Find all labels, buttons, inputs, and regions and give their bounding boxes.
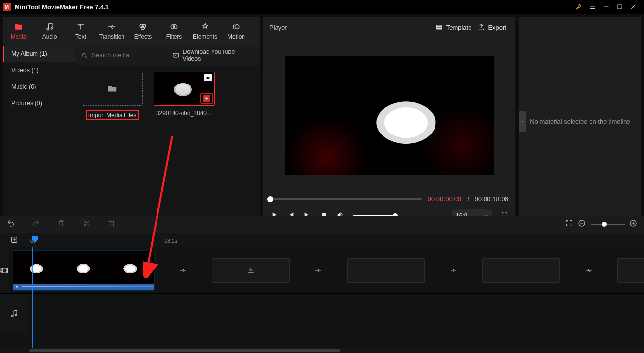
template-button[interactable]: Template [433, 21, 475, 33]
menu-icon[interactable] [586, 0, 599, 14]
sidebar-item-videos[interactable]: Videos (1) [4, 62, 75, 79]
zoom-out-button[interactable] [578, 219, 586, 229]
download-youtube-button[interactable]: Download YouTube Videos [172, 49, 254, 62]
empty-clip-slot[interactable] [347, 258, 425, 283]
library-grid: Import Media Files + 3290180-uhd_3840… [75, 65, 260, 226]
video-track-icon [0, 247, 9, 293]
tab-effects[interactable]: Effects [127, 17, 158, 46]
timeline-clip[interactable] [13, 250, 155, 291]
add-track-button[interactable] [0, 233, 28, 247]
playhead[interactable] [32, 236, 38, 243]
sidebar-item-music[interactable]: Music (0) [4, 79, 75, 95]
properties-drawer-toggle[interactable] [519, 111, 526, 132]
transition-slot[interactable] [449, 258, 458, 283]
library-panel: Media Audio Text Transition Effects Filt… [3, 17, 260, 226]
player-preview[interactable] [285, 56, 494, 175]
window-minimize-button[interactable] [599, 0, 613, 14]
music-track-icon [0, 294, 28, 333]
video-type-icon [204, 74, 212, 81]
transition-slot[interactable] [179, 258, 188, 283]
fit-button[interactable] [565, 219, 573, 229]
player-panel: Player Template Export 00:00:00:00 / 00:… [263, 17, 515, 226]
svg-point-0 [580, 5, 581, 6]
svg-point-9 [235, 25, 239, 29]
window-maximize-button[interactable] [613, 0, 627, 14]
tab-elements-label: Elements [193, 34, 217, 40]
tab-filters[interactable]: Filters [158, 17, 190, 46]
library-search-row: Download YouTube Videos [75, 46, 260, 65]
media-filename: 3290180-uhd_3840… [156, 110, 212, 117]
tab-elements[interactable]: Elements [190, 17, 221, 46]
transition-slot[interactable] [584, 258, 593, 283]
empty-clip-slot[interactable] [482, 258, 560, 283]
tab-motion-label: Motion [227, 34, 245, 40]
zoom-in-button[interactable] [629, 219, 637, 229]
empty-clip-slot[interactable] [212, 258, 290, 283]
folder-icon [107, 84, 118, 94]
timeline-ruler[interactable]: 0s 18.2s [0, 233, 644, 247]
split-button[interactable] [83, 219, 90, 229]
tab-media[interactable]: Media [3, 17, 34, 46]
tab-audio[interactable]: Audio [34, 17, 65, 46]
template-label: Template [446, 24, 472, 31]
download-youtube-label: Download YouTube Videos [182, 49, 254, 62]
upgrade-key-icon[interactable] [572, 0, 586, 14]
timeline: 0s 18.2s [0, 216, 644, 353]
library-toolbar: Media Audio Text Transition Effects Filt… [3, 17, 260, 46]
title-bar: M MiniTool MovieMaker Free 7.4.1 [0, 0, 644, 14]
tab-filters-label: Filters [166, 34, 182, 40]
tab-transition-label: Transition [99, 34, 124, 40]
delete-button[interactable] [57, 219, 65, 229]
tab-text-label: Text [75, 34, 86, 40]
music-track-body[interactable] [28, 294, 644, 333]
transition-slot[interactable] [314, 258, 323, 283]
tab-audio-label: Audio [42, 34, 57, 40]
crop-button[interactable] [108, 219, 116, 229]
undo-button[interactable] [7, 219, 15, 229]
empty-clip-slot[interactable] [617, 258, 644, 283]
library-sidebar: My Album (1) Videos (1) Music (0) Pictur… [3, 46, 75, 226]
music-track [0, 293, 644, 333]
search-icon [81, 52, 88, 59]
properties-panel: No material selected on the timeline [519, 17, 641, 226]
tab-effects-label: Effects [134, 34, 152, 40]
clip-audio-icon [15, 285, 20, 289]
tab-media-label: Media [11, 34, 27, 40]
tab-text[interactable]: Text [65, 17, 96, 46]
timeline-toolbar [0, 216, 644, 233]
import-media-label: Import Media Files [86, 110, 139, 120]
duration-time: 00:00:18:06 [475, 196, 508, 202]
redo-button[interactable] [32, 219, 40, 229]
svg-rect-19 [1, 268, 8, 273]
svg-point-8 [173, 25, 177, 29]
properties-empty-message: No material selected on the timeline [522, 118, 638, 125]
player-scrubber[interactable]: 00:00:00:00 / 00:00:18:06 [263, 193, 515, 205]
svg-rect-1 [618, 5, 622, 9]
svg-point-21 [15, 314, 17, 316]
current-time: 00:00:00:00 [428, 196, 461, 202]
svg-point-10 [82, 53, 86, 57]
timeline-scrollbar[interactable] [0, 348, 644, 353]
export-button[interactable]: Export [474, 21, 509, 33]
tab-transition[interactable]: Transition [96, 17, 127, 46]
sidebar-item-pictures[interactable]: Pictures (0) [4, 95, 75, 112]
svg-point-2 [47, 28, 49, 30]
import-media-card[interactable]: Import Media Files [82, 72, 143, 120]
export-label: Export [488, 24, 506, 31]
video-track [0, 247, 644, 293]
app-icon: M [3, 3, 11, 11]
playhead-line [32, 247, 33, 348]
tab-motion[interactable]: Motion [221, 17, 252, 46]
add-to-timeline-button[interactable]: + [200, 93, 213, 104]
svg-point-3 [51, 28, 52, 30]
search-input[interactable] [92, 52, 168, 59]
media-card[interactable]: + 3290180-uhd_3840… [154, 72, 215, 117]
sidebar-item-album[interactable]: My Album (1) [3, 46, 75, 62]
window-close-button[interactable] [627, 0, 640, 14]
player-title: Player [269, 24, 287, 31]
zoom-slider[interactable] [591, 224, 625, 225]
ruler-tick: 18.2s [164, 238, 177, 244]
svg-point-20 [12, 315, 13, 316]
app-title: MiniTool MovieMaker Free 7.4.1 [15, 3, 109, 11]
media-thumbnail[interactable]: + [154, 72, 215, 106]
